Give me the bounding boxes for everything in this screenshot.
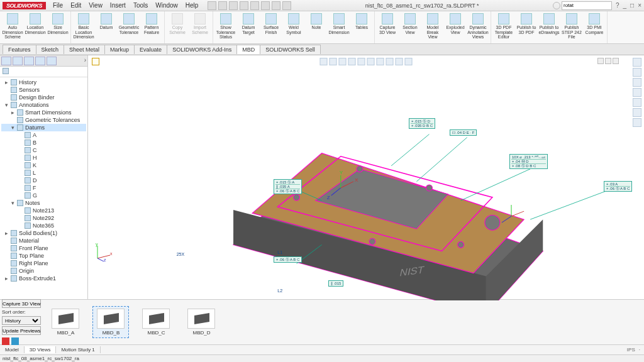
tree-annotations[interactable]: ▾Annotations [1, 101, 86, 109]
axis-triad[interactable]: x y z [94, 243, 113, 261]
gdt-callout-4[interactable]: ⌖ .015 Ⓢ A∥ .035 A⌖ .06 Ⓢ A B C [274, 179, 302, 194]
view-thumb-mbd_b[interactable]: MBD_B [92, 306, 129, 338]
tab-markup[interactable]: Markup [104, 45, 135, 54]
feature-tree[interactable]: ▸HistorySensorsDesign Binder▾Annotations… [0, 77, 87, 299]
redo-icon[interactable] [261, 1, 270, 10]
tree-datums[interactable]: ▾Datums [1, 124, 86, 131]
tree-boss-extrude1[interactable]: ▸Boss-Extrude1 [1, 275, 86, 282]
tab-features[interactable]: Features [3, 45, 36, 54]
tab-solidworks-sell[interactable]: SOLIDWORKS Sell [260, 45, 321, 54]
ribbon-3d-pmi-compare[interactable]: 3D PMI Compare [584, 13, 605, 42]
rebuild-icon[interactable] [272, 1, 280, 10]
gdt-callout-6[interactable]: ∥ .015 [328, 280, 343, 287]
ribbon-section-view[interactable]: Section View [399, 13, 421, 42]
tree-b[interactable]: B [1, 139, 86, 146]
menu-tools[interactable]: Tools [130, 1, 151, 10]
tree-l[interactable]: L [1, 169, 86, 177]
view-thumb-mbd_d[interactable]: MBD_D [183, 306, 219, 338]
tree-right-plane[interactable]: Right Plane [1, 260, 86, 267]
ribbon-smart-dimension[interactable]: Smart Dimension [328, 13, 350, 42]
gdt-callout-1[interactable]: ⊡ .04 D E · F [450, 129, 477, 136]
tree-c[interactable]: C [1, 146, 86, 154]
ribbon-model-break-view[interactable]: Model Break View [422, 13, 443, 42]
status-tab-motion-study-1[interactable]: Motion Study 1 [56, 346, 100, 353]
fm-tree-tab-icon[interactable] [1, 57, 11, 65]
dimxpert-tab-icon[interactable] [35, 57, 45, 65]
menu-file[interactable]: File [50, 1, 66, 10]
sort-order-select[interactable]: History [2, 316, 41, 325]
ribbon-capture-3d-view[interactable]: Capture 3D View [377, 13, 398, 42]
tree-notes[interactable]: ▾Notes [1, 199, 86, 207]
ribbon-weld-symbol[interactable]: Weld Symbol [283, 13, 304, 42]
ribbon-show-tolerance-status[interactable]: Show Tolerance Status [215, 13, 236, 42]
menu-insert[interactable]: Insert [107, 1, 129, 10]
ribbon-dynamic-annotation-views[interactable]: Dynamic Annotation Views [467, 13, 489, 42]
menu-edit[interactable]: Edit [67, 1, 84, 10]
tree-a[interactable]: A [1, 131, 86, 139]
ribbon-pattern-feature[interactable]: Pattern Feature [141, 13, 162, 42]
ribbon-note[interactable]: Note [306, 13, 327, 42]
tree-geometric-tolerances[interactable]: Geometric Tolerances [1, 116, 86, 124]
tree-k[interactable]: K [1, 162, 86, 169]
tab-evaluate[interactable]: Evaluate [134, 45, 167, 54]
menu-help[interactable]: Help [182, 1, 202, 10]
ribbon-publish-to-3d-pdf[interactable]: Publish to 3D PDF [516, 13, 537, 42]
tree-design-binder[interactable]: Design Binder [1, 94, 86, 101]
filter-icon[interactable] [3, 68, 9, 74]
tree-history[interactable]: ▸History [1, 79, 86, 86]
ribbon-tables[interactable]: Tables [351, 13, 372, 42]
tree-note292[interactable]: Note292 [1, 214, 86, 222]
ribbon-datum[interactable]: Datum [96, 13, 117, 42]
tab-mbd[interactable]: MBD [236, 45, 260, 54]
tree-sensors[interactable]: Sensors [1, 86, 86, 94]
panel-collapse-icon[interactable]: › [84, 57, 86, 65]
pdf-icon[interactable] [2, 337, 9, 345]
menu-view[interactable]: View [86, 1, 106, 10]
ribbon-auto-dimension-scheme[interactable]: Auto Dimension Scheme [2, 13, 23, 42]
display-tab-icon[interactable] [47, 57, 57, 65]
units-label[interactable]: IPS [627, 347, 635, 353]
help-icon[interactable]: ? [616, 2, 619, 9]
ribbon-exploded-view[interactable]: Exploded View [445, 13, 466, 42]
gdt-callout-5[interactable]: ⌖ .06 Ⓢ A B C [274, 256, 302, 263]
tab-sheet-metal[interactable]: Sheet Metal [64, 45, 105, 54]
minimize-icon[interactable]: _ [623, 2, 627, 9]
tree-note213[interactable]: Note213 [1, 207, 86, 214]
gdt-callout-3[interactable]: ⌖ .03 A⌖ .06 Ⓢ A B C [604, 181, 632, 192]
gdt-callout-2[interactable]: 10X ⌀ .213 ⁺·⁰⁰⁵₋.₀₀₅⌖ .04 Ⓜ D⌖ .08 Ⓢ D … [509, 154, 548, 169]
status-tab-model[interactable]: Model [0, 346, 25, 353]
search-input[interactable] [562, 1, 612, 10]
maximize-icon[interactable]: □ [630, 2, 634, 9]
save-icon[interactable] [229, 1, 238, 10]
graphics-viewport[interactable]: NIST X Y Z [88, 55, 644, 299]
tree-solid-bodies-1-[interactable]: ▸Solid Bodies(1) [1, 229, 86, 237]
ribbon-publish-step-242-file[interactable]: Publish STEP 242 File [561, 13, 582, 42]
tree-g[interactable]: G [1, 192, 86, 199]
tab-solidworks-add-ins[interactable]: SOLIDWORKS Add-Ins [167, 45, 237, 54]
tree-d[interactable]: D [1, 177, 86, 184]
open-icon[interactable] [218, 1, 227, 10]
property-tab-icon[interactable] [13, 57, 23, 65]
ribbon-size-dimension[interactable]: Size Dimension [47, 13, 69, 42]
gdt-callout-0[interactable]: ⌖ .015 Ⓢ D⌖ .035 D B C [409, 118, 435, 129]
ribbon-3d-pdf-template-editor[interactable]: 3D PDF Template Editor [493, 13, 514, 42]
ribbon-surface-finish[interactable]: Surface Finish [260, 13, 282, 42]
status-tab-3d-views[interactable]: 3D Views [25, 346, 57, 353]
tree-origin[interactable]: Origin [1, 267, 86, 275]
config-tab-icon[interactable] [24, 57, 34, 65]
update-previews-button[interactable]: Update Previews [2, 326, 41, 335]
menu-window[interactable]: Window [152, 1, 181, 10]
ribbon-location-dimension[interactable]: Location Dimension [25, 13, 46, 42]
capture-3d-view-button[interactable]: Capture 3D View [2, 299, 41, 308]
tree-smart-dimensions[interactable]: ▸Smart Dimensions [1, 109, 86, 116]
tab-sketch[interactable]: Sketch [36, 45, 65, 54]
tree-note365[interactable]: Note365 [1, 222, 86, 229]
ribbon-geometric-tolerance[interactable]: Geometric Tolerance [118, 13, 140, 42]
search-icon[interactable] [553, 2, 560, 9]
view-thumb-mbd_a[interactable]: MBD_A [47, 306, 84, 338]
ribbon-basic-location-dimension[interactable]: Basic Location Dimension [73, 13, 94, 42]
tree-h[interactable]: H [1, 154, 86, 162]
tree-f[interactable]: F [1, 184, 86, 192]
edrawings-icon[interactable] [11, 337, 19, 345]
tree-front-plane[interactable]: Front Plane [1, 244, 86, 252]
